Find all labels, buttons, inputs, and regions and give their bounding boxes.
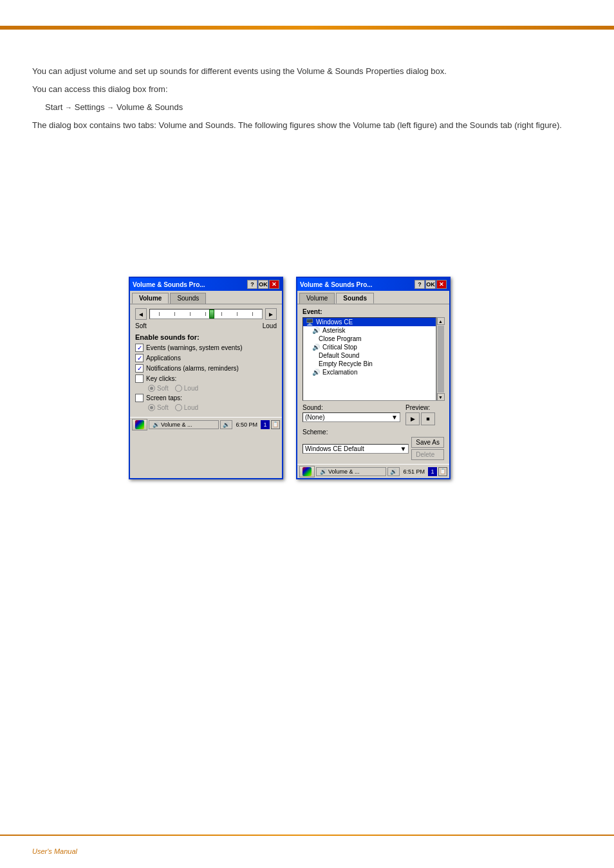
sounds-titlebar-buttons: ? OK ✕ (414, 280, 447, 289)
taskbar-copy-left[interactable]: 📋 (271, 420, 280, 429)
volume-left-arrow[interactable]: ◄ (135, 308, 147, 320)
key-soft-option: Soft (148, 385, 169, 392)
taskbar-time-right: 6:51 PM (401, 468, 427, 475)
screen-loud-label: Loud (184, 404, 198, 411)
sounds-help-button[interactable]: ? (414, 280, 425, 289)
mark-4 (205, 312, 206, 316)
event-close-program[interactable]: Close Program (303, 335, 436, 343)
help-button[interactable]: ? (247, 280, 257, 289)
scheme-value: Windows CE Default (305, 445, 364, 452)
sound-dropdown[interactable]: (None) ▼ (302, 412, 400, 422)
enable-sounds-label: Enable sounds for: (135, 333, 277, 341)
key-clicks-checkbox[interactable] (135, 374, 144, 383)
stop-button[interactable]: ■ (421, 412, 435, 425)
screenshots-container: Volume & Sounds Pro... ? OK ✕ Volume Sou… (129, 277, 451, 479)
scroll-up-arrow[interactable]: ▲ (437, 317, 445, 325)
screen-taps-label: Screen taps: (146, 394, 182, 402)
taskbar-app-left[interactable]: 🔊 Volume & ... (149, 420, 219, 429)
notifications-checkbox[interactable] (135, 364, 144, 373)
tab-volume[interactable]: Volume (132, 293, 169, 304)
taskbar-speaker-left[interactable]: 🔊 (220, 420, 232, 429)
left-taskbar: 🔊 Volume & ... 🔊 6:50 PM 1 📋 (130, 417, 282, 431)
volume-tab-body: ◄ ► Soft Lou (130, 304, 282, 417)
key-loud-option: Loud (175, 385, 198, 392)
screen-loud-radio[interactable] (175, 404, 182, 411)
windows-ce-label: Windows CE (316, 319, 353, 326)
event-windows-ce[interactable]: 🖥️ Windows CE (303, 318, 436, 326)
slider-marks (150, 312, 262, 316)
events-checkbox[interactable] (135, 344, 144, 352)
applications-label: Applications (146, 355, 181, 362)
taskbar-app-right[interactable]: 🔊 Volume & ... (316, 467, 386, 476)
key-clicks-row: Key clicks: (135, 374, 277, 383)
sounds-tab-volume[interactable]: Volume (299, 293, 335, 304)
sounds-ok-button[interactable]: OK (425, 280, 436, 289)
event-list[interactable]: 🖥️ Windows CE 🔊 Asterisk Close Program 🔊… (302, 317, 436, 401)
save-as-button[interactable]: Save As (411, 437, 444, 448)
default-sound-label: Default Sound (319, 352, 359, 359)
sounds-close-button[interactable]: ✕ (436, 280, 447, 289)
key-radio-group: Soft Loud (148, 385, 277, 392)
close-program-label: Close Program (319, 335, 362, 342)
top-decorative-bar (0, 26, 614, 30)
scheme-dropdown[interactable]: Windows CE Default ▼ (302, 444, 409, 454)
events-label: Events (warnings, system events) (146, 344, 243, 351)
critical-stop-label: Critical Stop (322, 344, 357, 351)
event-default-sound[interactable]: Default Sound (303, 351, 436, 360)
empty-recycle-label: Empty Recycle Bin (319, 360, 373, 367)
key-loud-radio[interactable] (175, 385, 182, 392)
close-button[interactable]: ✕ (269, 280, 279, 289)
taskbar-copy-right[interactable]: 📋 (438, 467, 447, 476)
event-exclamation[interactable]: 🔊 Exclamation (303, 368, 436, 376)
scroll-down-arrow[interactable]: ▼ (437, 393, 445, 401)
sounds-tab-sounds[interactable]: Sounds (336, 293, 374, 304)
dialog-tabs: Volume Sounds (130, 291, 282, 304)
event-critical-stop[interactable]: 🔊 Critical Stop (303, 343, 436, 351)
taskbar-app-label-left: Volume & ... (161, 421, 192, 428)
scheme-dropdown-row: Windows CE Default ▼ Save As Delete (302, 437, 444, 460)
event-asterisk[interactable]: 🔊 Asterisk (303, 326, 436, 335)
exclamation-icon: 🔊 (312, 369, 320, 376)
volume-dialog: Volume & Sounds Pro... ? OK ✕ Volume Sou… (129, 277, 283, 479)
taskbar-speaker-right[interactable]: 🔊 (387, 467, 400, 476)
event-list-scrollbar[interactable]: ▲ ▼ (436, 317, 444, 401)
start-icon-right (302, 467, 312, 476)
preview-buttons: ▶ ■ (405, 412, 444, 425)
scheme-row: Scheme: Windows CE Default ▼ Save As Del… (302, 429, 444, 460)
asterisk-icon: 🔊 (312, 327, 320, 334)
screen-taps-options: Soft Loud (148, 404, 277, 411)
titlebar-buttons: ? OK ✕ (247, 280, 279, 289)
scroll-thumb[interactable] (438, 326, 444, 392)
key-clicks-options: Soft Loud (148, 385, 277, 392)
screen-soft-label: Soft (157, 404, 169, 411)
preview-section: Preview: ▶ ■ (405, 404, 444, 425)
mark-5 (221, 312, 222, 316)
mark-1 (159, 312, 160, 316)
volume-slider-row: ◄ ► (135, 308, 277, 320)
play-button[interactable]: ▶ (405, 412, 420, 425)
mark-6 (237, 312, 237, 316)
event-label: Event: (302, 308, 444, 315)
event-list-container: 🖥️ Windows CE 🔊 Asterisk Close Program 🔊… (302, 317, 444, 401)
delete-button[interactable]: Delete (411, 449, 444, 460)
applications-checkbox[interactable] (135, 354, 144, 362)
sound-dropdown-arrow: ▼ (391, 414, 398, 421)
ok-button[interactable]: OK (258, 280, 268, 289)
event-empty-recycle[interactable]: Empty Recycle Bin (303, 360, 436, 368)
screen-taps-checkbox[interactable] (135, 394, 144, 402)
start-button-right[interactable] (299, 466, 315, 477)
screen-radio-group: Soft Loud (148, 404, 277, 411)
start-button-left[interactable] (132, 419, 147, 430)
right-taskbar: 🔊 Volume & ... 🔊 6:51 PM 1 📋 (297, 464, 449, 478)
volume-right-arrow[interactable]: ► (265, 308, 277, 320)
volume-dialog-titlebar: Volume & Sounds Pro... ? OK ✕ (130, 278, 282, 291)
screen-soft-radio[interactable] (148, 404, 155, 411)
sounds-dialog-tabs: Volume Sounds (297, 291, 449, 304)
intro-paragraph: You can adjust volume and set up sounds … (32, 64, 582, 133)
key-soft-radio[interactable] (148, 385, 155, 392)
tab-sounds[interactable]: Sounds (170, 293, 206, 304)
volume-slider-track[interactable] (149, 309, 263, 319)
volume-slider-thumb[interactable] (209, 309, 214, 319)
volume-dialog-title: Volume & Sounds Pro... (133, 281, 247, 288)
sounds-dialog-title: Volume & Sounds Pro... (300, 281, 414, 288)
